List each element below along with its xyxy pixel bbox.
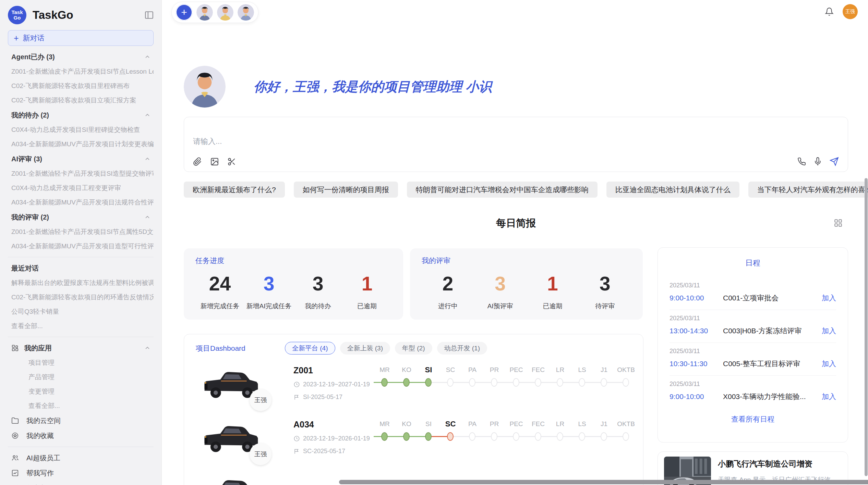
chevron-up-icon[interactable] [144, 214, 151, 221]
milestone-timeline: MRKOSISCPAPRPECFECLRLSJ1OKTB [374, 418, 637, 463]
chevron-up-icon[interactable] [144, 156, 151, 162]
chevron-up-icon[interactable] [144, 53, 151, 60]
milestone: OKTB [615, 364, 637, 409]
milestone: MR [374, 364, 396, 409]
phone-icon[interactable] [797, 157, 806, 166]
event-join-link[interactable]: 加入 [822, 392, 836, 401]
composer-input[interactable] [193, 137, 707, 146]
recent-chat-item[interactable]: 解释最新出台的欧盟报废车法规再生塑料比例被调至15%... [8, 276, 154, 290]
milestone-label: PEC [505, 418, 527, 430]
horizontal-scrollbar-track[interactable] [339, 480, 868, 484]
sidebar-section-header[interactable]: 我的评审 (2) [8, 210, 154, 225]
stat-value: 1 [342, 272, 391, 296]
assistant-avatar[interactable] [196, 4, 213, 21]
sidebar-section-header[interactable]: 最近对话 [8, 261, 154, 276]
sidebar-section-header[interactable]: 我的待办 (2) [8, 108, 154, 123]
sidebar-section-header[interactable]: 我的应用 [8, 340, 154, 356]
project-row[interactable]: 王强Z0012023-12-19~2027-01-19SI-2025-05-17… [196, 363, 631, 409]
chevron-up-icon[interactable] [144, 112, 151, 119]
sidebar-sections: Agent已办 (3)Z001-全新燃油皮卡产品开发项目SI节点Lesson L… [8, 49, 154, 485]
sidebar-tool-people[interactable]: AI超级员工 [8, 450, 154, 465]
suggestion-chip[interactable]: 欧洲新规最近颁布了什么? [184, 182, 285, 198]
milestone-label: PR [483, 418, 505, 430]
send-icon[interactable] [830, 157, 839, 166]
add-assistant-button[interactable]: + [176, 4, 192, 21]
sidebar-item[interactable]: A034-全新新能源MUV产品开发项目法规符合性评审 [8, 195, 154, 210]
vertical-scrollbar-thumb[interactable] [865, 178, 868, 476]
horizontal-scrollbar-thumb[interactable] [339, 480, 868, 484]
suggestion-chip[interactable]: 如何写一份清晰的项目周报 [294, 182, 398, 198]
app-item[interactable]: 项目管理 [8, 356, 154, 370]
notification-bell-icon[interactable] [825, 7, 834, 16]
milestone-label: OKTB [615, 364, 637, 376]
recent-chat-item[interactable]: C02-飞腾新能源轻客改款项目的闭环通告反馈情况 [8, 290, 154, 304]
sidebar-link-star[interactable]: 我的收藏 [8, 428, 154, 443]
event-join-link[interactable]: 加入 [822, 293, 836, 303]
milestone-label: MR [374, 364, 396, 376]
milestone: SC [439, 364, 461, 409]
sidebar-item[interactable]: C02-飞腾新能源轻客改款项目立项汇报方案 [8, 93, 154, 108]
dashboard-tab[interactable]: 全新平台 (4) [285, 342, 335, 355]
stat-item: 3待评审 [579, 272, 631, 311]
suggestion-chip[interactable]: 当下年轻人对汽车外观有怎样的喜好趋势 [748, 182, 868, 198]
sidebar-section-title: 我的评审 (2) [11, 213, 49, 222]
layout-grid-icon[interactable] [834, 219, 843, 227]
event-date: 2025/03/11 [670, 315, 836, 322]
suggestion-chip[interactable]: 比亚迪全固态电池计划具体说了什么 [606, 182, 739, 198]
attach-icon[interactable] [193, 157, 202, 166]
user-avatar[interactable]: 王强 [843, 4, 858, 19]
sidebar-item[interactable]: C02-飞腾新能源轻客改款项目里程碑画布 [8, 79, 154, 93]
dashboard-tab[interactable]: 全新上装 (3) [340, 342, 390, 355]
sidebar-collapse-icon[interactable] [145, 11, 154, 19]
content-columns: 任务进度24新增完成任务3新增AI完成任务3我的待办1已逾期我的评审2进行中3A… [184, 247, 848, 485]
milestone: LS [571, 364, 593, 409]
new-chat-button[interactable]: + 新对话 [8, 30, 154, 46]
sidebar-tool-pen[interactable]: 创意制图 [8, 481, 154, 485]
sidebar-tool-write[interactable]: 帮我写作 [8, 465, 154, 481]
project-truck-image: 王强 [201, 363, 261, 405]
chevron-up-icon[interactable] [144, 345, 151, 351]
sidebar-item[interactable]: C0X4-动力总成开发项目SI里程碑提交物检查 [8, 123, 154, 137]
event-name: C001-立项审批会 [723, 293, 822, 303]
dashboard-title: 项目Dashboard [196, 344, 285, 353]
sidebar-item[interactable]: Z001-全新燃油轻卡产品开发项目SI造型提交物评审 [8, 166, 154, 181]
stat-label: 新增完成任务 [195, 302, 244, 311]
sidebar-item[interactable]: Z001-全新燃油轻卡产品开发项目SI节点属性5D文件评审 [8, 225, 154, 239]
project-row[interactable]: 王强A0342023-12-19~2026-01-19SC-2025-05-17… [196, 418, 631, 463]
sidebar-item[interactable]: A034-全新新能源MUV产品开发项目造型可行性评审 [8, 239, 154, 253]
milestone: KO [396, 364, 418, 409]
app-item[interactable]: 变更管理 [8, 384, 154, 399]
sidebar-section-header[interactable]: AI评审 (3) [8, 151, 154, 166]
sidebar-item[interactable]: C0X4-动力总成开发项目工程变更评审 [8, 181, 154, 195]
scissors-icon[interactable] [227, 157, 236, 166]
app-item[interactable]: 产品管理 [8, 370, 154, 384]
event-join-link[interactable]: 加入 [822, 359, 836, 369]
assistant-avatar[interactable] [217, 4, 233, 21]
recent-chat-item[interactable]: 公司Q3轻卡销量 [8, 304, 154, 319]
briefing-bar: 每日简报 [184, 216, 848, 230]
microphone-icon[interactable] [813, 157, 822, 166]
dashboard-header: 项目Dashboard 全新平台 (4)全新上装 (3)年型 (2)动总开发 (… [196, 342, 631, 355]
project-owner-badge: 王强 [250, 389, 272, 411]
milestone-node-pending [491, 378, 497, 387]
topbar-right: 王强 [825, 4, 858, 19]
dashboard-tab[interactable]: 动总开发 (1) [437, 342, 487, 355]
sidebar-item[interactable]: Z001-全新燃油皮卡产品开发项目SI节点Lesson Learn报告 [8, 64, 154, 79]
assistant-avatar[interactable] [238, 4, 254, 21]
sidebar-section-header[interactable]: Agent已办 (3) [8, 49, 154, 64]
schedule-title: 日程 [670, 258, 836, 268]
sidebar-tool-label: 创意制图 [26, 484, 54, 485]
event-join-link[interactable]: 加入 [822, 326, 836, 336]
app-item[interactable]: 查看全部... [8, 399, 154, 413]
milestone: OKTB [615, 418, 637, 463]
milestone-label: LS [571, 364, 593, 376]
sidebar-link-folder[interactable]: 我的云空间 [8, 413, 154, 428]
image-icon[interactable] [210, 157, 219, 166]
dashboard-tab[interactable]: 年型 (2) [395, 342, 432, 355]
milestone: SI [418, 364, 439, 409]
view-all-schedule-link[interactable]: 查看所有日程 [670, 414, 836, 424]
sidebar-item[interactable]: A034-全新新能源MUV产品开发项目计划变更表编写 [8, 137, 154, 151]
stat-card: 我的评审2进行中3AI预评审1已逾期3待评审 [410, 248, 643, 320]
suggestion-chip[interactable]: 特朗普可能对进口汽车增税会对中国车企造成哪些影响 [407, 182, 598, 198]
recent-chat-item[interactable]: 查看全部... [8, 319, 154, 333]
